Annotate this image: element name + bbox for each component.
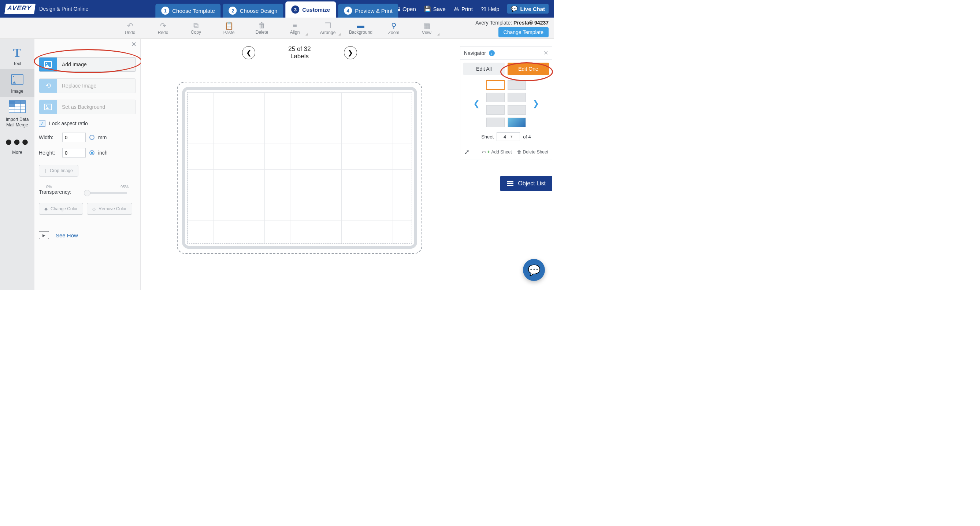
info-icon[interactable]: i bbox=[489, 50, 495, 56]
print-button[interactable]: 🖶 Print bbox=[454, 6, 473, 12]
navigator-tabs: Edit All Edit One bbox=[460, 59, 552, 75]
help-button[interactable]: ?⃝ Help bbox=[481, 6, 500, 12]
step-preview-print[interactable]: 4 Preview & Print bbox=[338, 4, 398, 18]
next-label-button[interactable]: ❯ bbox=[344, 46, 357, 59]
rail-import-data[interactable]: Import Data Mail Merge bbox=[0, 97, 34, 131]
template-info: Avery Template: Presta® 94237 Change Tem… bbox=[475, 20, 549, 37]
prev-label-button[interactable]: ❮ bbox=[242, 46, 255, 59]
redo-button[interactable]: ↷Redo bbox=[146, 18, 180, 39]
label-thumb-7[interactable] bbox=[486, 118, 505, 127]
step-label: Customize bbox=[302, 6, 330, 13]
crop-icon: ⟊ bbox=[44, 168, 47, 173]
label-pager: ❮ 25 of 32 Labels ❯ bbox=[141, 45, 458, 60]
copy-button[interactable]: ⧉Copy bbox=[180, 18, 212, 39]
navigator-close-icon[interactable]: ✕ bbox=[544, 49, 548, 56]
add-image-label: Add Image bbox=[57, 62, 87, 67]
step-label: Choose Design bbox=[240, 8, 278, 14]
add-sheet-button[interactable]: ▭+ Add Sheet bbox=[482, 150, 512, 155]
rail-image[interactable]: Image bbox=[0, 69, 34, 97]
delete-button[interactable]: 🗑Delete bbox=[245, 18, 278, 39]
sheet-select[interactable]: 4 ▼ bbox=[496, 132, 520, 141]
view-button[interactable]: ▦View◢ bbox=[410, 18, 443, 39]
redo-icon: ↷ bbox=[160, 21, 166, 30]
thumbnail-grid bbox=[486, 80, 526, 127]
zoom-button[interactable]: ⚲Zoom bbox=[377, 18, 410, 39]
image-options-panel: ✕ Add Image ⟲ Replace Image Set as Backg… bbox=[34, 39, 141, 290]
unit-mm-radio[interactable] bbox=[89, 135, 94, 140]
undo-button[interactable]: ↶Undo bbox=[113, 18, 146, 39]
object-list-label: Object List bbox=[518, 180, 546, 187]
lock-aspect-row[interactable]: ✓ Lock aspect ratio bbox=[39, 120, 136, 127]
change-template-button[interactable]: Change Template bbox=[498, 27, 549, 37]
paste-button[interactable]: 📋Paste bbox=[212, 18, 245, 39]
label-canvas[interactable] bbox=[177, 82, 422, 254]
step-choose-design[interactable]: 2 Choose Design bbox=[223, 4, 283, 18]
open-label: Open bbox=[402, 6, 416, 12]
dropdown-caret-icon: ◢ bbox=[305, 33, 308, 36]
unit-inch-radio[interactable] bbox=[89, 150, 94, 155]
navigator-panel: Navigator i ✕ Edit All Edit One ❮ ❯ Shee… bbox=[460, 46, 552, 159]
arrange-button[interactable]: ❐Arrange◢ bbox=[311, 18, 344, 39]
app-header: AVERY Design & Print Online 1 Choose Tem… bbox=[0, 0, 554, 18]
background-button[interactable]: ▬Background bbox=[344, 18, 377, 39]
label-thumb-8[interactable] bbox=[508, 118, 526, 127]
step-number: 1 bbox=[161, 6, 169, 14]
see-how-link[interactable]: ▶ See How bbox=[39, 231, 136, 239]
width-input[interactable] bbox=[62, 132, 86, 142]
help-icon: ?⃝ bbox=[481, 6, 486, 12]
zoom-icon: ⚲ bbox=[391, 21, 397, 30]
label-thumbnails: ❮ ❯ bbox=[460, 75, 552, 131]
dropdown-caret-icon: ◢ bbox=[437, 33, 439, 36]
label-thumb-6[interactable] bbox=[508, 105, 526, 115]
object-list-button[interactable]: Object List bbox=[500, 176, 552, 191]
label-thumb-3[interactable] bbox=[486, 92, 505, 102]
rail-text[interactable]: T Text bbox=[0, 42, 34, 69]
width-row: Width: mm bbox=[39, 132, 136, 142]
chat-fab[interactable]: 💬 bbox=[523, 259, 545, 281]
unit-inch-label: inch bbox=[98, 150, 108, 156]
step-choose-template[interactable]: 1 Choose Template bbox=[155, 4, 221, 18]
label-thumb-1[interactable] bbox=[486, 80, 505, 90]
transparency-slider[interactable] bbox=[84, 192, 127, 194]
panel-close-icon[interactable]: ✕ bbox=[131, 40, 137, 48]
step-customize[interactable]: 3 Customize bbox=[285, 2, 336, 18]
paste-icon: 📋 bbox=[224, 21, 234, 30]
thumbs-prev-icon[interactable]: ❮ bbox=[472, 99, 481, 108]
edit-all-tab[interactable]: Edit All bbox=[463, 63, 505, 75]
replace-icon: ⟲ bbox=[39, 79, 57, 92]
label-thumb-2[interactable] bbox=[508, 80, 526, 90]
replace-image-label: Replace Image bbox=[57, 83, 96, 89]
chevron-down-icon: ▼ bbox=[510, 135, 513, 139]
undo-icon: ↶ bbox=[127, 21, 133, 30]
align-button[interactable]: ≡Align◢ bbox=[278, 18, 311, 39]
rail-more[interactable]: ●●● More bbox=[0, 131, 34, 158]
add-image-button[interactable]: Add Image bbox=[39, 57, 136, 72]
transparency-max: 95% bbox=[121, 185, 129, 189]
sheet-label: Sheet bbox=[481, 134, 494, 140]
live-chat-button[interactable]: 💬 Live Chat bbox=[507, 4, 549, 14]
slider-knob[interactable] bbox=[84, 190, 91, 196]
paint-remove-icon: ◇ bbox=[92, 206, 95, 211]
label-thumb-5[interactable] bbox=[486, 105, 505, 115]
bg-image-icon bbox=[39, 100, 57, 114]
grid-icon: ▦ bbox=[423, 21, 430, 30]
wizard-steps: 1 Choose Template 2 Choose Design 3 Cust… bbox=[154, 0, 399, 18]
copy-icon: ⧉ bbox=[193, 21, 199, 30]
edit-one-tab[interactable]: Edit One bbox=[508, 63, 549, 75]
step-number: 4 bbox=[344, 6, 352, 14]
delete-sheet-button[interactable]: 🗑 Delete Sheet bbox=[517, 150, 548, 155]
expand-icon[interactable]: ⤢ bbox=[464, 148, 469, 156]
height-input[interactable] bbox=[62, 148, 86, 158]
thumbs-next-icon[interactable]: ❯ bbox=[531, 99, 541, 108]
checkbox-icon[interactable]: ✓ bbox=[39, 120, 45, 127]
label-counter: 25 of 32 Labels bbox=[288, 45, 310, 60]
dropdown-caret-icon: ◢ bbox=[338, 33, 340, 36]
crop-image-button: ⟊ Crop Image bbox=[39, 165, 78, 177]
save-icon: 💾 bbox=[424, 5, 431, 12]
save-button[interactable]: 💾 Save bbox=[424, 5, 446, 12]
transparency-min: 0% bbox=[46, 185, 52, 189]
step-number: 3 bbox=[291, 5, 299, 14]
sheet-total: of 4 bbox=[523, 134, 531, 140]
label-thumb-4[interactable] bbox=[508, 92, 526, 102]
navigator-title: Navigator bbox=[464, 50, 486, 56]
